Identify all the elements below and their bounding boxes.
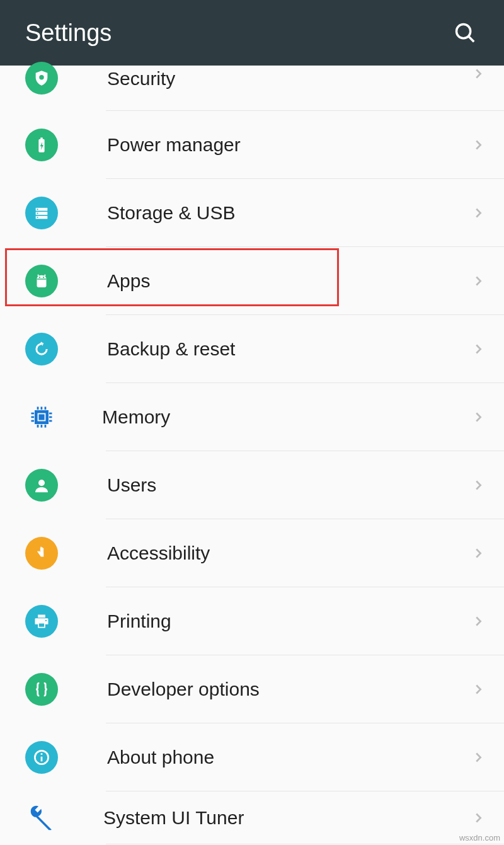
svg-point-32 xyxy=(38,480,45,486)
settings-item-label: Backup & reset xyxy=(107,338,471,360)
svg-rect-26 xyxy=(37,407,39,410)
info-icon xyxy=(25,741,58,774)
settings-item-label: About phone xyxy=(107,747,471,768)
settings-item-storage[interactable]: Storage & USB xyxy=(0,179,504,247)
svg-rect-34 xyxy=(39,624,44,627)
settings-item-users[interactable]: Users xyxy=(0,451,504,519)
svg-rect-21 xyxy=(32,417,35,418)
settings-item-apps[interactable]: Apps xyxy=(0,247,504,315)
apps-icon xyxy=(25,265,58,297)
settings-item-label: Power manager xyxy=(107,134,471,156)
svg-rect-25 xyxy=(49,420,52,422)
hand-icon xyxy=(25,537,58,570)
settings-item-label: Printing xyxy=(107,611,471,632)
refresh-icon xyxy=(25,333,58,365)
chevron-right-icon xyxy=(471,546,485,560)
svg-rect-16 xyxy=(45,274,46,276)
settings-item-memory[interactable]: Memory xyxy=(0,383,504,451)
braces-icon xyxy=(25,673,58,706)
svg-point-13 xyxy=(39,277,40,278)
svg-rect-22 xyxy=(32,420,35,422)
svg-rect-19 xyxy=(38,414,44,420)
svg-rect-20 xyxy=(32,413,35,415)
chevron-right-icon xyxy=(471,206,485,220)
settings-item-label: Security xyxy=(107,68,471,89)
settings-item-label: Users xyxy=(107,474,471,496)
settings-list: Security Power manager Storage & USB xyxy=(0,66,504,844)
chevron-right-icon xyxy=(471,750,485,764)
settings-item-printing[interactable]: Printing xyxy=(0,587,504,655)
settings-item-power-manager[interactable]: Power manager xyxy=(0,111,504,179)
svg-rect-15 xyxy=(38,274,39,276)
person-icon xyxy=(25,469,58,502)
settings-item-label: Apps xyxy=(107,270,471,292)
settings-item-label: Memory xyxy=(102,406,471,428)
memory-chip-icon xyxy=(28,403,55,431)
svg-rect-27 xyxy=(41,407,43,410)
svg-point-10 xyxy=(37,213,38,214)
wrench-icon xyxy=(26,803,57,833)
settings-item-security[interactable]: Security xyxy=(0,66,504,111)
svg-rect-29 xyxy=(37,425,39,428)
settings-item-accessibility[interactable]: Accessibility xyxy=(0,519,504,587)
storage-icon xyxy=(25,197,58,229)
svg-rect-28 xyxy=(45,407,47,410)
svg-rect-23 xyxy=(49,413,52,415)
settings-item-label: Accessibility xyxy=(107,543,471,564)
printer-icon xyxy=(25,605,58,638)
search-button[interactable] xyxy=(451,19,479,47)
settings-item-label: Storage & USB xyxy=(107,202,471,224)
app-header: Settings xyxy=(0,0,504,66)
chevron-right-icon xyxy=(471,274,485,288)
chevron-right-icon xyxy=(471,410,485,424)
chevron-right-icon xyxy=(471,811,485,825)
svg-rect-31 xyxy=(45,425,47,428)
svg-point-38 xyxy=(41,753,43,755)
svg-point-0 xyxy=(457,25,471,38)
chevron-right-icon xyxy=(471,138,485,152)
svg-rect-24 xyxy=(49,417,52,418)
svg-point-2 xyxy=(39,75,43,79)
search-icon xyxy=(453,21,477,45)
watermark: wsxdn.com xyxy=(459,833,500,842)
svg-point-35 xyxy=(45,620,47,621)
chevron-right-icon xyxy=(471,614,485,628)
svg-point-11 xyxy=(37,217,38,218)
svg-rect-4 xyxy=(40,137,43,139)
settings-item-about-phone[interactable]: About phone xyxy=(0,723,504,791)
page-title: Settings xyxy=(25,20,112,47)
chevron-right-icon xyxy=(471,67,485,81)
svg-line-1 xyxy=(469,37,474,42)
chevron-right-icon xyxy=(471,478,485,492)
battery-icon xyxy=(25,129,58,161)
settings-item-backup-reset[interactable]: Backup & reset xyxy=(0,315,504,383)
shield-icon xyxy=(25,62,58,95)
settings-item-label: System UI Tuner xyxy=(103,807,471,829)
svg-point-9 xyxy=(37,209,38,210)
chevron-right-icon xyxy=(471,342,485,356)
settings-item-system-ui-tuner[interactable]: System UI Tuner xyxy=(0,791,504,844)
svg-rect-33 xyxy=(38,615,45,618)
settings-item-label: Developer options xyxy=(107,679,471,700)
chevron-right-icon xyxy=(471,682,485,696)
settings-item-developer-options[interactable]: Developer options xyxy=(0,655,504,723)
svg-point-14 xyxy=(43,277,44,278)
svg-rect-30 xyxy=(41,425,43,428)
